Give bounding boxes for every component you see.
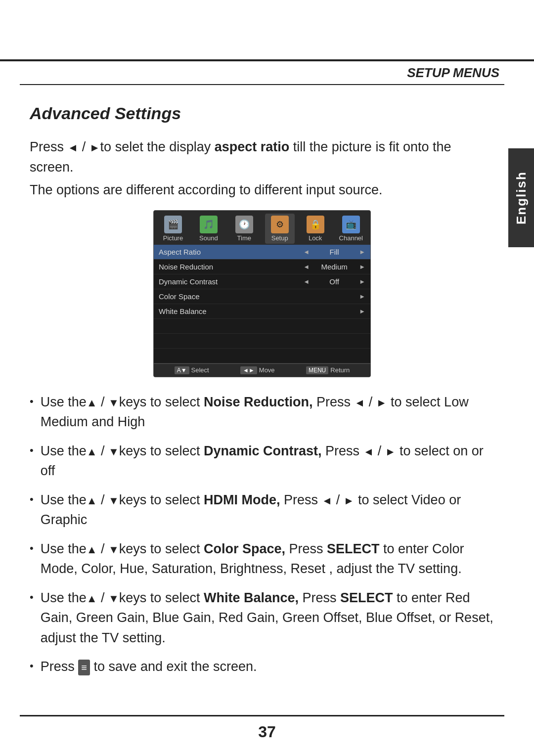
setup-icon: ⚙ — [271, 216, 289, 233]
bullet-text-3: Use the▲ / ▼keys to select HDMI Mode, Pr… — [41, 490, 494, 530]
noise-reduction-label: Noise Reduction — [159, 263, 303, 271]
menu-tab-setup: ⚙ Setup — [265, 214, 295, 244]
top-rule — [0, 59, 534, 61]
press-label: Press — [30, 139, 68, 154]
sound-icon: 🎵 — [200, 216, 218, 233]
bullet-dot-1: • — [30, 393, 34, 409]
bullet-text-4: Use the▲ / ▼keys to select Color Space, … — [41, 539, 494, 579]
bullet-text-2: Use the▲ / ▼keys to select Dynamic Contr… — [41, 441, 494, 481]
menu-row-noise-reduction: Noise Reduction ◄ Medium ► — [154, 260, 370, 274]
aspect-arrow-right: ► — [359, 248, 365, 256]
left-arrow-3: ◄ — [321, 492, 332, 509]
select-bold-5: SELECT — [340, 590, 393, 605]
right-arrow-3: ► — [344, 492, 355, 509]
up-arrow-3: ▲ — [87, 492, 97, 509]
move-btn: ◄► — [240, 366, 257, 374]
up-arrow-5: ▲ — [87, 590, 97, 607]
list-item-color-space: • Use the▲ / ▼keys to select Color Space… — [30, 539, 494, 579]
aspect-ratio-row-label: Aspect Ratio — [159, 248, 303, 256]
header-rule — [20, 84, 504, 85]
intro-text-aspect-pre: to selet the display — [100, 139, 215, 154]
down-arrow-3: ▼ — [108, 492, 119, 509]
right-arrow-1: ► — [376, 395, 387, 411]
bullet-dot-5: • — [30, 589, 34, 605]
white-balance-arrow-right: ► — [359, 308, 365, 315]
bullet-list: • Use the▲ / ▼keys to select Noise Reduc… — [30, 392, 494, 677]
menu-tab-channel: 📺 Channel — [336, 214, 366, 244]
bullet-dot-save: • — [30, 658, 34, 674]
select-bold-4: SELECT — [327, 541, 380, 556]
channel-tab-label: Channel — [339, 234, 363, 242]
up-arrow-1: ▲ — [87, 395, 97, 411]
right-arrow-2: ► — [385, 444, 396, 460]
section-title: Advanced Settings — [30, 104, 494, 123]
list-item-noise-reduction: • Use the▲ / ▼keys to select Noise Reduc… — [30, 392, 494, 432]
bullet-text-5: Use the▲ / ▼keys to select White Balance… — [41, 588, 494, 648]
menu-row-aspect-ratio: Aspect Ratio ◄ Fill ► — [154, 245, 370, 260]
move-label: Move — [259, 366, 275, 374]
setup-menus-header: SETUP MENUS — [407, 65, 499, 81]
menu-rows: Aspect Ratio ◄ Fill ► Noise Reduction ◄ … — [154, 245, 370, 363]
noise-reduction-bold: Noise Reduction, — [204, 395, 313, 409]
english-tab: English — [508, 148, 534, 247]
noise-reduction-value: Medium — [314, 263, 354, 271]
menu-tab-time: 🕐 Time — [229, 214, 259, 244]
slash-intro: / — [78, 139, 89, 154]
menu-row-empty2 — [154, 334, 370, 349]
menu-footer: A▼ Select ◄► Move MENU Return — [154, 363, 370, 377]
return-label: Return — [330, 366, 350, 374]
dynamic-contrast-value: Off — [314, 277, 354, 286]
intro-text-line2: The options are different according to d… — [30, 180, 494, 200]
menu-screenshot: 🎬 Picture 🎵 Sound 🕐 Time ⚙ Setup 🔒 — [153, 210, 371, 377]
color-space-label: Color Space — [159, 292, 314, 301]
footer-return: MENU Return — [306, 366, 350, 374]
page-container: SETUP MENUS English Advanced Settings Pr… — [0, 0, 534, 756]
menu-row-dynamic-contrast: Dynamic Contrast ◄ Off ► — [154, 274, 370, 289]
select-btn: A▼ — [175, 366, 189, 374]
footer-move: ◄► Move — [240, 366, 275, 374]
sound-tab-label: Sound — [199, 234, 218, 242]
return-btn: MENU — [306, 366, 328, 374]
contrast-arrow-left: ◄ — [303, 278, 310, 285]
arrow-right-intro: ► — [89, 139, 100, 156]
menu-row-color-space: Color Space ► — [154, 289, 370, 304]
menu-row-empty1 — [154, 319, 370, 334]
color-space-bold: Color Space, — [204, 541, 285, 556]
menu-tab-sound: 🎵 Sound — [194, 214, 223, 244]
select-label: Select — [191, 366, 209, 374]
menu-tab-picture: 🎬 Picture — [158, 214, 188, 244]
time-tab-label: Time — [237, 234, 251, 242]
white-balance-bold: White Balance, — [204, 590, 299, 605]
noise-arrow-left: ◄ — [303, 263, 310, 270]
lock-tab-label: Lock — [309, 234, 322, 242]
hdmi-mode-bold: HDMI Mode, — [204, 492, 280, 507]
bullet-dot-3: • — [30, 491, 34, 507]
down-arrow-1: ▼ — [108, 395, 119, 411]
down-arrow-4: ▼ — [108, 541, 119, 558]
arrow-left-intro: ◄ — [68, 139, 79, 156]
picture-icon: 🎬 — [164, 216, 182, 233]
menu-inline-icon: ≡ — [78, 660, 90, 675]
dynamic-contrast-bold: Dynamic Contrast, — [204, 444, 322, 458]
menu-row-empty3 — [154, 349, 370, 363]
aspect-arrow-left: ◄ — [303, 248, 310, 256]
up-arrow-2: ▲ — [87, 444, 97, 460]
color-space-arrow-right: ► — [359, 293, 365, 300]
up-arrow-4: ▲ — [87, 541, 97, 558]
aspect-ratio-label: aspect ratio — [215, 139, 290, 154]
noise-arrow-right: ► — [359, 263, 365, 270]
dynamic-contrast-label: Dynamic Contrast — [159, 277, 303, 286]
channel-icon: 📺 — [342, 216, 360, 233]
bullet-dot-4: • — [30, 540, 34, 556]
down-arrow-5: ▼ — [108, 590, 119, 607]
main-content: Advanced Settings Press ◄ / ►to selet th… — [30, 94, 494, 686]
setup-tab-label: Setup — [271, 234, 288, 242]
left-arrow-2: ◄ — [363, 444, 374, 460]
menu-tabs-row: 🎬 Picture 🎵 Sound 🕐 Time ⚙ Setup 🔒 — [154, 211, 370, 245]
aspect-ratio-value: Fill — [314, 248, 354, 256]
list-item-press-save: • Press ≡ to save and exit the screen. — [30, 657, 494, 677]
menu-tab-lock: 🔒 Lock — [301, 214, 330, 244]
bullet-text-save: Press ≡ to save and exit the screen. — [41, 657, 494, 677]
menu-row-white-balance: White Balance ► — [154, 304, 370, 319]
down-arrow-2: ▼ — [108, 444, 119, 460]
